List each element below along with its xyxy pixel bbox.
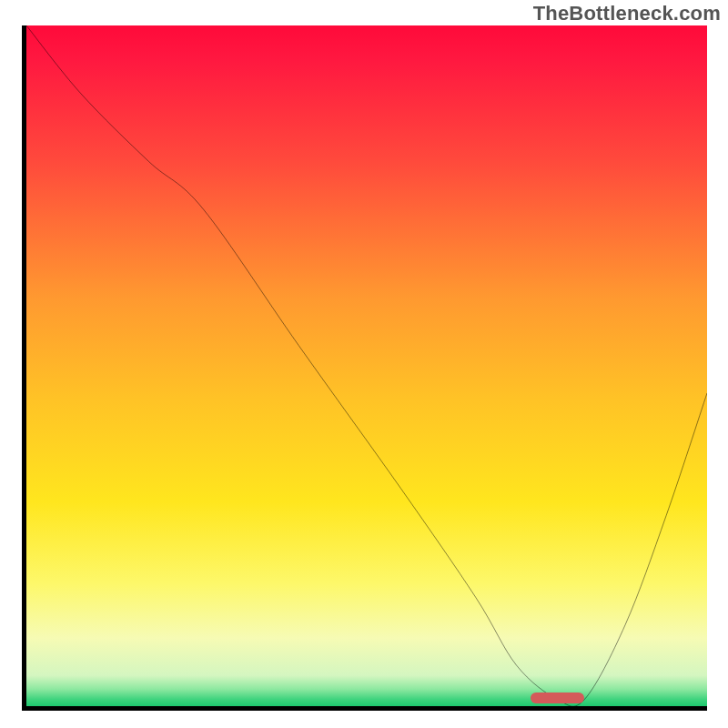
chart-container: TheBottleneck.com xyxy=(0,0,728,728)
watermark-text: TheBottleneck.com xyxy=(533,2,721,25)
optimum-marker xyxy=(531,693,585,703)
plot-area xyxy=(22,25,707,711)
svg-rect-0 xyxy=(26,25,707,706)
background-gradient xyxy=(26,25,707,706)
